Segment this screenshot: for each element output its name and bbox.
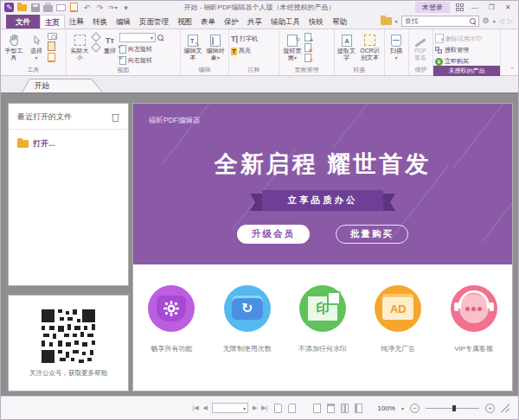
ribbon: 手型工具 选择 ▾ 工具	[1, 29, 518, 76]
customize-toolbar-icon[interactable]: ▾	[121, 3, 131, 12]
snapshot-icon[interactable]	[48, 33, 57, 40]
search-input[interactable]	[402, 17, 470, 25]
settings-gear-icon[interactable]: ⚙	[483, 17, 490, 25]
undo-icon[interactable]: ↶	[82, 3, 92, 12]
minimize-button[interactable]: —	[470, 3, 480, 11]
reflow-button[interactable]: Tᴛ 重排	[101, 32, 119, 55]
tab-share[interactable]: 共享	[243, 15, 266, 29]
history-back-icon[interactable]: ◁	[499, 17, 504, 25]
print-icon[interactable]	[43, 3, 53, 12]
zoom-combobox[interactable]: ▾	[119, 33, 156, 42]
rotate-right-button[interactable]: ↷ 向右旋转	[119, 56, 166, 65]
hand-icon	[8, 33, 21, 48]
typewriter-button[interactable]: T| 打字机	[231, 35, 258, 43]
clear-recent-trash-icon[interactable]	[112, 113, 119, 122]
close-button[interactable]: ✕	[503, 3, 513, 11]
ocr-button[interactable]: OCR识别文本	[357, 32, 382, 62]
edit-object-button[interactable]: 编辑对象▾	[204, 32, 227, 62]
two-page-continuous-layout-icon[interactable]	[355, 404, 362, 413]
tab-edit[interactable]: 编辑	[112, 15, 135, 29]
insert-page-icon[interactable]: +	[304, 33, 311, 41]
qr-code-image	[42, 309, 95, 363]
actual-size-button[interactable]: 实际大小	[68, 32, 91, 62]
rotate-left-button[interactable]: ↶ 向左旋转	[119, 45, 166, 54]
feature-label: VIP专属客服	[454, 344, 493, 353]
single-page-layout-icon[interactable]	[313, 404, 321, 413]
tab-file[interactable]: 文件	[6, 15, 40, 29]
ad-feature-icon: AD	[375, 285, 421, 332]
ribbon-group-convert: A 提取文字 OCR识别文本 转换	[335, 29, 385, 75]
zoom-slider[interactable]	[426, 408, 479, 409]
tab-accessibility[interactable]: 辅助工具	[266, 15, 304, 29]
collapse-ribbon-icon[interactable]: ⌃	[509, 67, 515, 73]
tab-home[interactable]: 主页	[40, 15, 65, 29]
tab-convert[interactable]: 转换	[88, 15, 112, 29]
paste-small-icon[interactable]	[48, 53, 55, 62]
scan-dropdown-icon: ▾	[394, 54, 397, 61]
resize-grip[interactable]	[501, 404, 509, 412]
zoom-marquee-icon[interactable]	[91, 32, 100, 41]
tab-kuaiying[interactable]: 快映	[304, 15, 328, 29]
login-status-badge[interactable]: 未登录	[415, 2, 450, 13]
tab-help[interactable]: 帮助	[328, 15, 351, 29]
redo-icon[interactable]: ↷	[95, 3, 105, 12]
page-number-box[interactable]: ▾	[212, 403, 248, 413]
license-manage-button[interactable]: 授权管理	[435, 46, 482, 54]
tab-organize[interactable]: 页面管理	[135, 15, 173, 29]
settings-dropdown-icon[interactable]: ▾	[493, 18, 496, 24]
rotate-view-right-icon[interactable]	[288, 404, 296, 413]
email-icon[interactable]	[56, 3, 66, 12]
search-scope-dropdown-icon[interactable]: ▾	[395, 18, 398, 24]
tab-comment[interactable]: 注释	[65, 15, 88, 29]
extract-text-icon: A	[342, 33, 352, 48]
rotate-pages-button[interactable]: ↻ 旋转页面▾	[281, 32, 304, 62]
open-file-icon[interactable]	[17, 3, 27, 12]
delete-page-icon[interactable]: ✕	[304, 43, 311, 52]
select-tool-button[interactable]: 选择 ▾	[26, 32, 47, 62]
hand-tool-button[interactable]: 手型工具	[3, 32, 25, 62]
prev-page-icon[interactable]: ◀	[203, 404, 208, 411]
last-page-icon[interactable]: ▶|	[261, 404, 267, 411]
upgrade-member-button[interactable]: 升级会员	[237, 225, 310, 244]
continuous-layout-icon[interactable]	[327, 404, 335, 413]
banner-headline: 全新启程 耀世首发	[133, 149, 512, 180]
save-icon[interactable]	[30, 3, 40, 12]
zoom-dropdown-icon[interactable]: ▾	[401, 405, 404, 411]
next-page-icon[interactable]: ▶	[253, 404, 257, 411]
highlight-button[interactable]: T 高亮	[231, 47, 258, 55]
apps-grid-icon[interactable]	[456, 3, 464, 11]
ribbon-group-comment: T| 打字机 T 高亮 注释	[229, 29, 279, 75]
remove-trial-watermark-button[interactable]: 删除试用水印	[435, 34, 482, 43]
extract-text-button[interactable]: A 提取文字	[336, 32, 356, 62]
two-page-layout-icon[interactable]	[341, 404, 349, 413]
zoom-in-button[interactable]: +	[485, 404, 495, 413]
rotate-view-left-icon[interactable]	[274, 404, 282, 413]
history-forward-icon[interactable]: ▷	[508, 17, 513, 25]
tab-view[interactable]: 视图	[173, 15, 196, 29]
search-scope-icon[interactable]	[381, 17, 392, 25]
extract-page-icon[interactable]: ↗	[304, 54, 311, 62]
paste-icon[interactable]	[69, 3, 79, 12]
pdf-sign-button[interactable]: PDF签名	[411, 32, 430, 62]
document-tab-start[interactable]: 开始	[22, 79, 103, 92]
edit-text-button[interactable]: T✎ 编辑文本	[183, 32, 203, 62]
search-icon[interactable]	[470, 18, 476, 24]
feature-all-functions: 畅享所有功能	[134, 285, 208, 391]
feature-vip-support: VIP专属客服	[437, 285, 511, 391]
ribbon-tab-bar: 文件 主页 注释 转换 编辑 页面管理 视图 表单 保护 共享 辅助工具 快映 …	[1, 14, 518, 29]
tab-protect[interactable]: 保护	[220, 15, 243, 29]
bulk-purchase-button[interactable]: 批量购买	[336, 225, 408, 244]
ribbon-group-scan: 扫描 ▾	[385, 29, 409, 75]
buy-now-button[interactable]: ¥ 立即购买	[435, 57, 482, 66]
loupe-icon[interactable]	[91, 42, 100, 52]
open-file-item[interactable]: 打开...	[9, 130, 128, 158]
zoom-out-icon[interactable]	[157, 35, 163, 41]
first-page-icon[interactable]: |◀	[192, 404, 198, 411]
tab-form[interactable]: 表单	[196, 15, 220, 29]
ink-sign-icon[interactable]: ✑▾	[108, 3, 118, 12]
zoom-out-button[interactable]: −	[410, 404, 420, 413]
scan-button[interactable]: 扫描 ▾	[387, 32, 406, 62]
clipboard-icon[interactable]	[48, 41, 55, 51]
restore-button[interactable]: ❐	[486, 3, 497, 11]
zoom-slider-handle[interactable]	[452, 405, 456, 411]
